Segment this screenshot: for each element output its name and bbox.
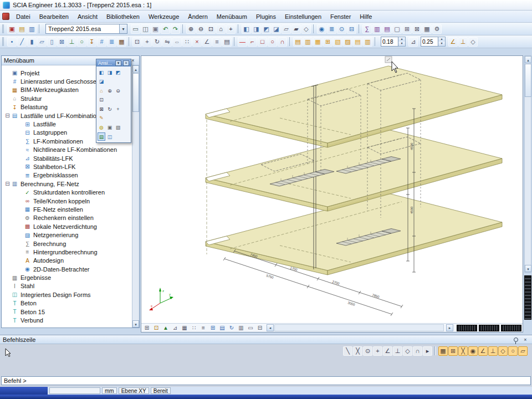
- layer-set-7-icon[interactable]: ▤: [353, 37, 362, 47]
- document-icon[interactable]: ▢: [392, 24, 402, 34]
- menu-item[interactable]: Hilfe: [355, 12, 376, 22]
- paste-icon[interactable]: ▣: [151, 24, 160, 34]
- center-snap-toggle[interactable]: ◉: [468, 346, 478, 356]
- visibility-icon[interactable]: ◉: [317, 24, 326, 34]
- tree-item[interactable]: ∞ Teile/Knoten koppeln: [2, 197, 131, 205]
- document-icon[interactable]: [2, 13, 9, 20]
- tree-item[interactable]: ⊿ Stabilitäts-LFK: [2, 154, 131, 162]
- snap-angle-icon[interactable]: ∠: [448, 37, 458, 47]
- tree-item[interactable]: ≡ Hintergrundberechnung: [2, 248, 131, 256]
- tree-item[interactable]: ▦ FE-Netz einstellen: [2, 205, 131, 213]
- grid-step-input[interactable]: [381, 37, 398, 47]
- tree-expand-box[interactable]: ⊟: [4, 181, 11, 187]
- scroll-up-icon[interactable]: ▴: [525, 56, 531, 63]
- rotate-view-icon[interactable]: ↻: [106, 105, 114, 113]
- engineering-report-icon[interactable]: ▤: [382, 24, 392, 34]
- rotate-icon[interactable]: ↻: [152, 37, 162, 47]
- zoom-in-icon[interactable]: ⊕: [106, 86, 114, 95]
- layer-manager-icon[interactable]: ≡: [212, 37, 222, 47]
- docked-dark-panel[interactable]: [524, 275, 531, 320]
- midpoint-snap-toggle[interactable]: ◇: [498, 346, 508, 356]
- layer-set-6-icon[interactable]: ▨: [343, 37, 352, 47]
- layer-set-5-icon[interactable]: ▧: [333, 37, 342, 47]
- pan-icon[interactable]: +: [226, 24, 236, 34]
- ortho-mode-icon[interactable]: ⊥: [458, 37, 468, 47]
- layer-set-4-icon[interactable]: ⊞: [323, 37, 332, 47]
- toolbar-grip[interactable]: [2, 24, 5, 33]
- angle-snap-toggle[interactable]: ∠: [478, 346, 488, 356]
- hinge-icon[interactable]: ○: [77, 37, 86, 47]
- table-results-icon[interactable]: ⊠: [412, 24, 422, 34]
- snap-perpendicular-icon[interactable]: ⊥: [393, 346, 402, 356]
- tree-item[interactable]: ≣ Ergebnisklassen: [2, 171, 131, 180]
- array-icon[interactable]: ∷: [182, 37, 192, 47]
- tree-item[interactable]: ▨ Netzgenerierung: [2, 231, 131, 239]
- ucs-mode-icon[interactable]: ▲: [161, 324, 170, 332]
- menu-item[interactable]: Plugins: [252, 12, 280, 22]
- opening-icon[interactable]: ⊠: [57, 37, 66, 47]
- view-scale-icon[interactable]: ⊞: [208, 324, 217, 332]
- snap-endpoint-icon[interactable]: ╲: [343, 346, 352, 356]
- tree-item[interactable]: ≈ Nichtlineare LF-Kombinationen: [2, 146, 131, 154]
- pin-icon[interactable]: [514, 337, 518, 342]
- pan-view-icon[interactable]: +: [114, 105, 122, 113]
- view-axonometric-icon[interactable]: ◪: [98, 77, 105, 85]
- save-icon[interactable]: ▥: [27, 24, 37, 34]
- tree-item[interactable]: T Beton: [2, 299, 131, 308]
- scroll-thumb[interactable]: [132, 73, 139, 112]
- scroll-up-icon[interactable]: ▴: [132, 65, 139, 73]
- mirror-icon[interactable]: ⇋: [162, 37, 172, 47]
- angle-step-icon[interactable]: ⊿: [408, 37, 418, 47]
- settings-icon[interactable]: ⚙: [432, 24, 442, 34]
- print-preview-icon[interactable]: ▭: [246, 324, 255, 332]
- coord-input-icon[interactable]: ⊞: [142, 324, 151, 332]
- zoom-selection-icon[interactable]: ⊠: [98, 105, 105, 113]
- tree-item[interactable]: ✓ Strukturdaten kontrollieren: [2, 188, 131, 196]
- tree-expand-box[interactable]: ⊟: [4, 112, 11, 119]
- scroll-thumb[interactable]: [525, 64, 531, 97]
- support-icon[interactable]: ⊥: [67, 37, 76, 47]
- spin-down-icon[interactable]: ▾: [438, 42, 445, 46]
- tree-item[interactable]: ▥ Ergebnisse: [2, 273, 131, 282]
- zoom-window-icon[interactable]: ⊡: [98, 95, 105, 104]
- intersection-snap-toggle[interactable]: ╳: [458, 346, 468, 356]
- select-icon[interactable]: ⊡: [132, 37, 142, 47]
- palette-titlebar[interactable]: Ansi... ▾ ×: [96, 59, 131, 66]
- zoom-all-icon[interactable]: ⌂: [216, 24, 226, 34]
- tree-scrollbar[interactable]: ▴ ▾: [132, 65, 139, 328]
- tree-item[interactable]: ⊟ ▥ Berechnung, FE-Netz: [2, 180, 131, 188]
- snap-angle-icon[interactable]: ∠: [383, 346, 392, 356]
- redraw-icon[interactable]: ✎: [98, 114, 105, 122]
- shaded-icon[interactable]: ▰: [291, 24, 301, 34]
- tree-item[interactable]: ∑ Berechnung: [2, 239, 131, 248]
- menu-item[interactable]: Bearbeiten: [35, 12, 73, 22]
- viewport-vscrollbar[interactable]: ▴ ▾: [524, 55, 531, 273]
- view-settings-icon[interactable]: ▥: [237, 324, 245, 332]
- snap-tangent-icon[interactable]: ◇: [403, 346, 412, 356]
- spin-up-icon[interactable]: ▴: [438, 37, 445, 42]
- regenerate-icon[interactable]: ↻: [227, 324, 236, 332]
- wireframe-icon[interactable]: ▱: [282, 24, 291, 34]
- chevron-down-icon[interactable]: ▾: [119, 24, 127, 33]
- calculator-icon[interactable]: ∑: [362, 24, 372, 34]
- menu-item[interactable]: Bibliotheken: [102, 12, 144, 22]
- tree-item[interactable]: ⚙ Rechenkern einstellen: [2, 214, 131, 222]
- menu-item[interactable]: Ansicht: [73, 12, 102, 22]
- minimized-window[interactable]: [501, 325, 521, 331]
- selection-arrow-icon[interactable]: ▸: [423, 346, 432, 356]
- horizontal-scrollbar[interactable]: [274, 324, 444, 331]
- spin-up-icon[interactable]: ▴: [398, 37, 405, 42]
- measure-icon[interactable]: ∠: [202, 37, 212, 47]
- copy-icon[interactable]: ◫: [141, 24, 150, 34]
- tree-item[interactable]: ◉ 2D-Daten-Betrachter: [2, 265, 131, 273]
- tree-item[interactable]: Ⅰ Stahl: [2, 282, 131, 290]
- zoom-out-icon[interactable]: ⊖: [196, 24, 206, 34]
- floor-slab-top[interactable]: [206, 66, 502, 147]
- catalog-icon[interactable]: ▦: [117, 37, 126, 47]
- undo-icon[interactable]: ↶: [161, 24, 170, 34]
- grid-snap-toggle[interactable]: ▦: [438, 346, 448, 356]
- render-mode-icon[interactable]: ▣: [106, 123, 114, 131]
- view-side-icon[interactable]: ◨: [106, 68, 114, 76]
- chevron-down-icon[interactable]: ▾: [115, 60, 121, 66]
- point-snap-toggle[interactable]: ⊞: [448, 346, 458, 356]
